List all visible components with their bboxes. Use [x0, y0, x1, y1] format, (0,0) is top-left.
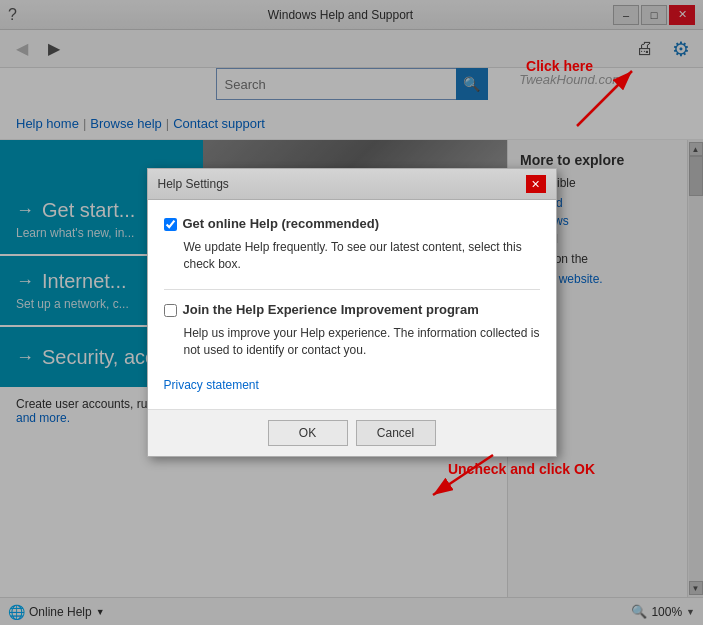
dialog-body: Get online Help (recommended) We update …	[148, 200, 556, 408]
online-help-description: We update Help frequently. To see our la…	[184, 239, 540, 273]
online-help-checkbox-row: Get online Help (recommended)	[164, 216, 540, 231]
join-program-description: Help us improve your Help experience. Th…	[184, 325, 540, 359]
dialog-divider	[164, 289, 540, 290]
help-settings-dialog: Help Settings ✕ Get online Help (recomme…	[147, 168, 557, 456]
privacy-statement-link[interactable]: Privacy statement	[164, 378, 259, 392]
cancel-button[interactable]: Cancel	[356, 420, 436, 446]
dialog-footer: OK Cancel	[148, 409, 556, 456]
dialog-title: Help Settings	[158, 177, 229, 191]
dialog-overlay: Help Settings ✕ Get online Help (recomme…	[0, 0, 703, 625]
online-help-label[interactable]: Get online Help (recommended)	[183, 216, 379, 231]
join-program-checkbox-row: Join the Help Experience Improvement pro…	[164, 302, 540, 317]
svg-line-3	[433, 455, 493, 495]
join-program-label[interactable]: Join the Help Experience Improvement pro…	[183, 302, 479, 317]
dialog-close-button[interactable]: ✕	[526, 175, 546, 193]
ok-button[interactable]: OK	[268, 420, 348, 446]
dialog-title-bar: Help Settings ✕	[148, 169, 556, 200]
online-help-checkbox[interactable]	[164, 218, 177, 231]
online-help-section: Get online Help (recommended) We update …	[164, 216, 540, 273]
join-program-section: Join the Help Experience Improvement pro…	[164, 302, 540, 359]
uncheck-annotation: Uncheck and click OK	[448, 461, 595, 477]
join-program-checkbox[interactable]	[164, 304, 177, 317]
